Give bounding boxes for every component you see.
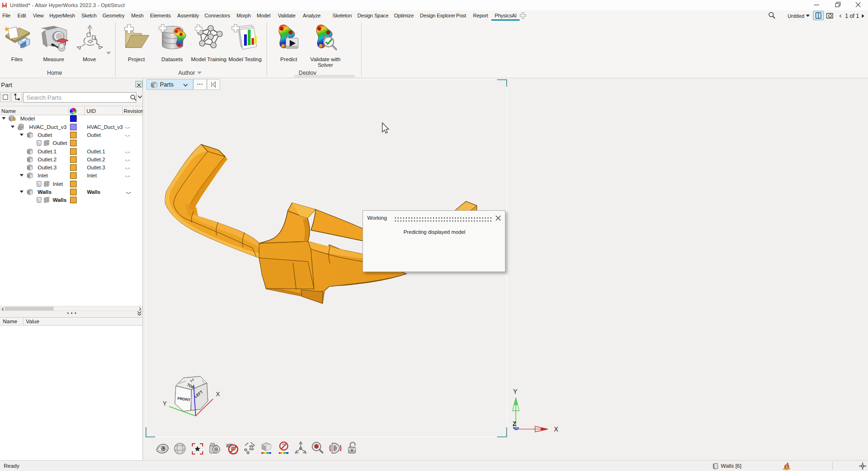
svg-text:X: X — [554, 425, 559, 433]
svg-text:Z: Z — [513, 420, 516, 427]
svg-text:Y: Y — [163, 400, 167, 407]
svg-text:X: X — [216, 391, 220, 398]
svg-text:Y: Y — [513, 388, 518, 395]
